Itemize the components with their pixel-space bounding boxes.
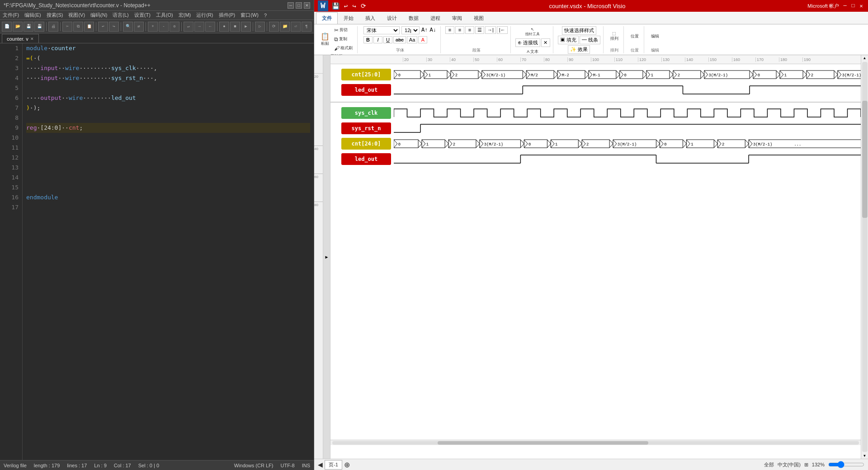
tool-zoom-reset[interactable]: ⊙ <box>170 22 179 32</box>
align-center-btn[interactable]: ≡ <box>455 26 464 34</box>
menu-run[interactable]: 运行(R) <box>195 12 214 19</box>
qa-save-btn[interactable]: 💾 <box>331 1 340 11</box>
code-content[interactable]: module·counter =(·( ····input··wire·····… <box>23 43 314 460</box>
fill-btn[interactable]: ▣ 填充 <box>558 36 579 44</box>
panel-expand-btn[interactable]: ▶ <box>323 55 330 459</box>
copy-btn[interactable]: ⧉ 复制 <box>332 35 354 43</box>
tool-special-chars[interactable]: ¶ <box>302 22 311 32</box>
ribbon-tab-review[interactable]: 审阅 <box>446 12 468 24</box>
visio-canvas[interactable]: 20 30 40 50 60 70 80 90 100 110 120 130 … <box>330 55 861 459</box>
list-btn[interactable]: ☰ <box>475 26 484 34</box>
line-style-btn[interactable]: ━ 线条 <box>580 36 600 44</box>
menu-view[interactable]: 视图(V) <box>67 12 86 19</box>
notepad-maximize-btn[interactable]: □ <box>296 2 302 9</box>
strikethrough-btn[interactable]: abc <box>393 36 406 43</box>
vscroll-thumb[interactable] <box>862 101 868 218</box>
notepad-minimize-btn[interactable]: ─ <box>288 2 294 9</box>
tool-print[interactable]: 🖨 <box>48 22 58 32</box>
indent-less-btn[interactable]: |← <box>497 26 508 34</box>
menu-edit[interactable]: 编辑(E) <box>24 12 42 19</box>
italic-btn[interactable]: I <box>373 36 382 43</box>
tab-close-icon[interactable]: ✕ <box>30 37 34 41</box>
add-page-btn[interactable]: ⊕ <box>344 461 350 469</box>
menu-file[interactable]: 文件(F) <box>2 12 20 19</box>
code-editor[interactable]: 1 2 3 4 5 6 7 8 9 10 11 12 13 14 15 16 1… <box>0 43 314 460</box>
horizontal-scrollbar[interactable] <box>330 440 861 445</box>
tool-save[interactable]: 💾 <box>24 22 33 32</box>
tool-zoom-in[interactable]: + <box>148 22 158 32</box>
fit-page-btn[interactable]: ⊞ <box>804 462 808 468</box>
align-left-btn[interactable]: ≡ <box>445 26 454 34</box>
scroll-down-btn[interactable]: ▼ <box>863 453 867 459</box>
visio-close-btn[interactable]: ✕ <box>858 3 864 9</box>
tool-cut[interactable]: ✂ <box>62 22 72 32</box>
font-family-select[interactable]: 宋体 <box>363 26 400 34</box>
pointer-tool-btn[interactable]: ↖ 指针工具 <box>524 26 542 38</box>
qa-refresh-btn[interactable]: ⟳ <box>360 1 367 11</box>
font-case-btn[interactable]: Aa <box>407 36 417 43</box>
arrange-btn[interactable]: ⬚ 排列 <box>608 30 621 42</box>
format-painter-btn[interactable]: 🖌 格式刷 <box>332 44 354 52</box>
ribbon-tab-view[interactable]: 视图 <box>468 12 490 24</box>
align-right-btn[interactable]: ≡ <box>465 26 474 34</box>
menu-plugins[interactable]: 插件(P) <box>218 12 236 19</box>
menu-help[interactable]: ? <box>263 13 268 18</box>
menu-lang[interactable]: 语言(L) <box>112 12 129 19</box>
menu-search[interactable]: 搜索(S) <box>46 12 64 19</box>
menu-encode[interactable]: 编码(N) <box>90 12 108 19</box>
tool-run[interactable]: ▷ <box>255 22 265 32</box>
font-shrink-btn[interactable]: A↓ <box>430 27 436 33</box>
visio-maximize-btn[interactable]: □ <box>850 3 856 9</box>
tool-zoom-out[interactable]: - <box>159 22 169 32</box>
tool-save-all[interactable]: 💾 <box>34 22 44 32</box>
cut-btn[interactable]: ✂ 剪切 <box>332 26 354 34</box>
menu-tools[interactable]: 工具(O) <box>155 12 174 19</box>
prev-page-btn[interactable]: ◀ <box>318 461 323 468</box>
tool-macro-stop[interactable]: ■ <box>230 22 240 32</box>
zoom-slider[interactable] <box>828 461 864 468</box>
notepad-close-btn[interactable]: ✕ <box>304 2 310 9</box>
tool-dir[interactable]: 📁 <box>280 22 290 32</box>
tool-undo[interactable]: ↩ <box>98 22 108 32</box>
tool-new[interactable]: 📄 <box>2 22 12 32</box>
menu-window[interactable]: 窗口(W) <box>240 12 259 19</box>
page-tab-1[interactable]: 页-1 <box>325 460 342 470</box>
ribbon-tab-process[interactable]: 进程 <box>425 12 446 24</box>
paste-btn[interactable]: 📋 粘贴 <box>319 31 331 47</box>
qa-undo-btn[interactable]: ↩ <box>343 1 349 11</box>
scrollbar-thumb[interactable] <box>438 441 648 445</box>
ribbon-tab-home[interactable]: 开始 <box>338 12 359 24</box>
menu-settings[interactable]: 设置(T) <box>133 12 151 19</box>
font-size-select[interactable]: 12pt <box>401 26 420 34</box>
close-connector-btn[interactable]: ✕ <box>541 38 550 47</box>
tool-macro-play[interactable]: ▶ <box>241 22 251 32</box>
menu-macro[interactable]: 宏(M) <box>178 12 192 19</box>
tool-paste[interactable]: 📋 <box>84 22 94 32</box>
connector-tool-btn[interactable]: ⊕ 连接线 <box>515 38 540 47</box>
scroll-up-btn[interactable]: ▲ <box>863 55 867 61</box>
text-tool-btn[interactable]: A 文本 <box>525 48 540 56</box>
bold-btn[interactable]: B <box>363 36 373 43</box>
underline-btn[interactable]: U <box>383 36 392 43</box>
edit-btn[interactable]: 编辑 <box>649 33 661 40</box>
font-grow-btn[interactable]: A↑ <box>421 27 428 33</box>
ribbon-tab-design[interactable]: 设计 <box>381 12 403 24</box>
right-scrollbar[interactable]: ▲ ▼ <box>861 55 868 459</box>
tool-redo[interactable]: ↪ <box>109 22 119 32</box>
effect-btn[interactable]: ✨ 效果 <box>568 45 590 54</box>
font-color-btn[interactable]: A <box>418 36 427 43</box>
editor-tab[interactable]: counter. v ✕ <box>2 34 39 43</box>
ribbon-tab-file[interactable]: 文件 <box>316 12 338 24</box>
tool-copy[interactable]: ⧉ <box>73 22 83 32</box>
qa-redo-btn[interactable]: ↪ <box>351 1 357 11</box>
ribbon-tab-data[interactable]: 数据 <box>403 12 425 24</box>
tool-word-wrap[interactable]: ⏎ <box>291 22 301 32</box>
tool-macro-rec[interactable]: ● <box>219 22 229 32</box>
tool-replace[interactable]: ⇄ <box>134 22 144 32</box>
tool-open[interactable]: 📂 <box>13 22 23 32</box>
visio-minimize-btn[interactable]: ─ <box>842 3 848 9</box>
position-btn[interactable]: 位置 <box>628 33 641 40</box>
tool-outdent[interactable]: ← <box>205 22 215 32</box>
tool-sync[interactable]: ⟳ <box>269 22 279 32</box>
shape-select-btn[interactable]: 快速选择样式 <box>562 26 596 35</box>
